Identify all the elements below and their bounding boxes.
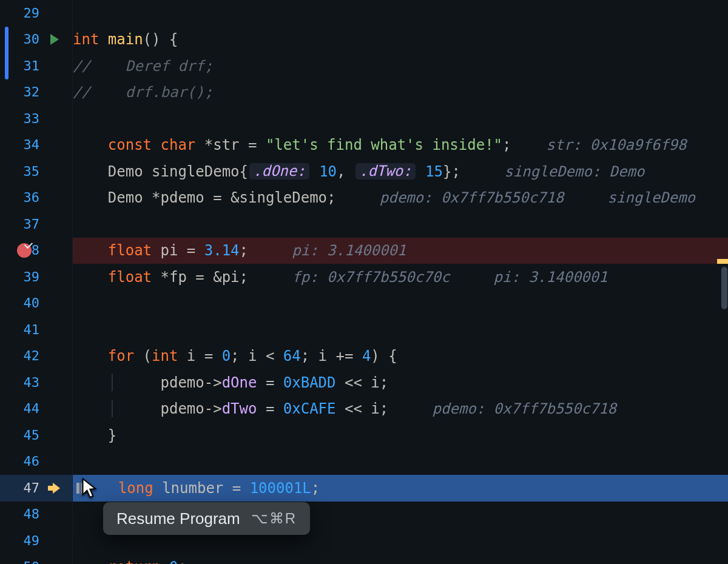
code-line[interactable]: for (int i = 0; i < 64; i += 4) { bbox=[73, 343, 728, 370]
line-number: 37 bbox=[18, 218, 39, 231]
code-line[interactable] bbox=[73, 106, 728, 132]
line-number: 47 bbox=[18, 482, 39, 495]
gutter-line[interactable]: 43 bbox=[0, 369, 72, 396]
line-number: 32 bbox=[18, 86, 39, 99]
gutter-line[interactable]: 41 bbox=[0, 317, 72, 343]
code-line[interactable]: Demo *pdemo = &singleDemo; pdemo: 0x7ff7… bbox=[73, 185, 728, 212]
gutter-line[interactable]: 32 bbox=[0, 79, 72, 106]
gutter-line[interactable]: 39 bbox=[0, 264, 72, 290]
gutter-line[interactable]: 47 bbox=[0, 475, 72, 502]
code-line[interactable]: float *fp = &pi; fp: 0x7ff7b550c70c pi: … bbox=[73, 264, 728, 290]
tooltip-shortcut: ⌥⌘R bbox=[251, 511, 297, 526]
mouse-cursor-icon bbox=[82, 478, 99, 500]
line-number: 46 bbox=[18, 455, 39, 468]
gutter-line[interactable]: 49 bbox=[0, 528, 72, 554]
line-number: 48 bbox=[18, 508, 39, 521]
code-line[interactable] bbox=[73, 290, 728, 317]
code-line[interactable]: // drf.bar(); bbox=[73, 79, 728, 106]
scroll-thumb[interactable] bbox=[721, 267, 727, 309]
gutter-line[interactable]: 38 bbox=[0, 238, 72, 264]
code-line[interactable] bbox=[73, 449, 728, 475]
inline-debug-value: str: 0x10a9f6f98 bbox=[511, 138, 687, 152]
line-number: 29 bbox=[18, 7, 39, 20]
gutter-line[interactable]: 34 bbox=[0, 132, 72, 159]
inline-debug-value: fp: 0x7ff7b550c70c pi: 3.1400001 bbox=[248, 270, 607, 284]
line-number: 50 bbox=[18, 560, 39, 564]
gutter-line[interactable]: 48 bbox=[0, 502, 72, 528]
code-line[interactable]: long lnumber = 100001L; bbox=[73, 475, 728, 502]
line-number: 45 bbox=[18, 429, 39, 442]
line-number: 36 bbox=[18, 191, 39, 204]
code-line[interactable]: │ pdemo->dTwo = 0xCAFE << i; pdemo: 0x7f… bbox=[73, 396, 728, 423]
scrollbar[interactable] bbox=[720, 0, 728, 564]
code-editor: 2930313233343536373839404142434445464748… bbox=[0, 0, 728, 564]
code-line[interactable]: const char *str = "let's find what's ins… bbox=[73, 132, 728, 159]
code-line[interactable]: │ pdemo->dOne = 0xBADD << i; bbox=[73, 369, 728, 396]
inline-debug-value: pi: 3.1400001 bbox=[248, 243, 406, 258]
code-line[interactable] bbox=[73, 0, 728, 27]
gutter-line[interactable]: 35 bbox=[0, 158, 72, 185]
code-line[interactable]: float pi = 3.14; pi: 3.1400001 bbox=[73, 238, 728, 264]
code-area[interactable]: int main() {// Deref drf;// drf.bar(); c… bbox=[73, 0, 728, 564]
line-number: 40 bbox=[18, 297, 39, 310]
line-number: 49 bbox=[18, 534, 39, 548]
line-number: 39 bbox=[18, 270, 39, 284]
line-number: 33 bbox=[18, 112, 39, 126]
line-number: 41 bbox=[18, 323, 39, 337]
code-line[interactable] bbox=[73, 211, 728, 238]
gutter-line[interactable]: 45 bbox=[0, 422, 72, 449]
code-line[interactable]: // Deref drf; bbox=[73, 53, 728, 79]
inline-debug-value: singleDemo: Demo bbox=[460, 164, 644, 179]
code-line[interactable]: Demo singleDemo{.dOne: 10, .dTwo: 15}; s… bbox=[73, 158, 728, 185]
line-number: 44 bbox=[18, 402, 39, 415]
resume-program-tooltip: Resume Program ⌥⌘R bbox=[103, 502, 310, 535]
code-line[interactable]: return 0; bbox=[73, 554, 728, 565]
run-gutter-icon[interactable] bbox=[50, 34, 59, 45]
gutter-line[interactable]: 37 bbox=[0, 211, 72, 238]
gutter-line[interactable]: 46 bbox=[0, 449, 72, 475]
gutter-line[interactable]: 44 bbox=[0, 396, 72, 423]
gutter-line[interactable]: 42 bbox=[0, 343, 72, 370]
code-line[interactable]: } bbox=[73, 422, 728, 449]
inline-debug-value: pdemo: 0x7ff7b550c718 bbox=[388, 401, 616, 416]
inline-debug-value: pdemo: 0x7ff7b550c718 singleDemo bbox=[336, 190, 695, 205]
line-number: 30 bbox=[18, 33, 39, 46]
gutter-line[interactable]: 36 bbox=[0, 185, 72, 212]
parameter-hint: .dTwo: bbox=[356, 163, 416, 180]
line-number: 35 bbox=[18, 165, 39, 178]
tooltip-label: Resume Program bbox=[116, 511, 240, 526]
line-number: 42 bbox=[18, 349, 39, 363]
gutter-line[interactable]: 33 bbox=[0, 106, 72, 132]
gutter-line[interactable]: 31 bbox=[0, 53, 72, 79]
gutter[interactable]: 2930313233343536373839404142434445464748… bbox=[0, 0, 73, 564]
line-number: 31 bbox=[18, 59, 39, 73]
gutter-line[interactable]: 30 bbox=[0, 27, 72, 53]
line-number: 43 bbox=[18, 376, 39, 389]
gutter-line[interactable]: 50 bbox=[0, 554, 72, 565]
gutter-line[interactable]: 40 bbox=[0, 290, 72, 317]
code-line[interactable] bbox=[73, 317, 728, 343]
execution-pointer-icon bbox=[48, 483, 61, 494]
parameter-hint: .dOne: bbox=[249, 163, 309, 180]
code-line[interactable]: int main() { bbox=[73, 27, 728, 53]
line-number: 34 bbox=[18, 138, 39, 152]
gutter-line[interactable]: 29 bbox=[0, 0, 72, 27]
